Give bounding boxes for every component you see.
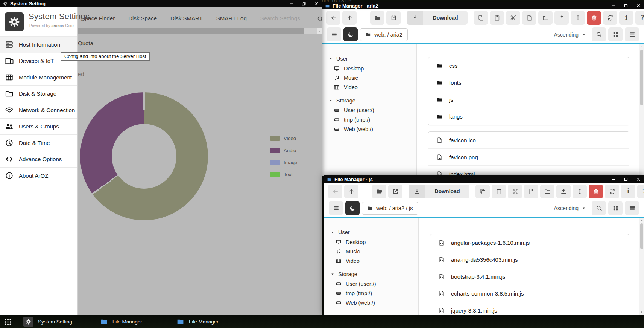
- menu-button[interactable]: [329, 201, 343, 215]
- delete-button[interactable]: [587, 11, 601, 25]
- dark-mode-toggle[interactable]: [345, 201, 360, 215]
- scrollbar-track[interactable]: [639, 44, 644, 176]
- tree-group-storage[interactable]: Storage: [324, 269, 418, 279]
- open-new-window-button[interactable]: [388, 185, 402, 198]
- search-button[interactable]: [592, 27, 606, 41]
- cut-button[interactable]: [506, 11, 520, 25]
- new-folder-button[interactable]: [538, 11, 553, 25]
- app-launcher-button[interactable]: [4, 315, 12, 328]
- new-file-button[interactable]: [524, 185, 538, 198]
- info-button[interactable]: [621, 185, 635, 198]
- help-button[interactable]: [635, 11, 644, 25]
- tab-scroll-right-button[interactable]: [317, 28, 322, 34]
- taskbar-item-file-manager-1[interactable]: File Manager: [100, 315, 142, 328]
- tab-scrollbar-thumb[interactable]: [78, 28, 304, 34]
- maximize-button[interactable]: [623, 3, 629, 8]
- tree-group-user[interactable]: User: [324, 227, 418, 237]
- open-folder-button[interactable]: [370, 11, 384, 25]
- rename-button[interactable]: [571, 11, 585, 25]
- back-button[interactable]: [326, 11, 340, 25]
- folder-row-js[interactable]: js: [428, 91, 629, 108]
- up-button[interactable]: [342, 11, 357, 25]
- tree-item-web-drive[interactable]: Web (web:/): [322, 124, 416, 134]
- sidebar-item-date-time[interactable]: Date & Time: [0, 134, 77, 151]
- info-button[interactable]: [619, 11, 633, 25]
- folder-row-langs[interactable]: langs: [428, 108, 629, 125]
- tree-item-video[interactable]: Video: [322, 82, 416, 92]
- scrollbar-thumb[interactable]: [640, 50, 643, 105]
- file-row-favicon-ico[interactable]: favicon.ico: [428, 132, 629, 149]
- open-new-window-button[interactable]: [386, 11, 401, 25]
- dark-mode-toggle[interactable]: [343, 27, 358, 41]
- refresh-button[interactable]: [603, 11, 617, 25]
- new-folder-button[interactable]: [540, 185, 554, 198]
- delete-button[interactable]: [589, 185, 603, 198]
- refresh-button[interactable]: [605, 185, 619, 198]
- sidebar-item-host-information[interactable]: Host Information: [0, 36, 77, 53]
- minimize-button[interactable]: [611, 177, 616, 182]
- file-row-echarts[interactable]: echarts-common-3.8.5.min.js: [430, 285, 629, 302]
- upload-button[interactable]: [556, 185, 571, 198]
- copy-button[interactable]: [474, 11, 488, 25]
- paste-button[interactable]: [492, 185, 506, 198]
- tab-scrollbar-track[interactable]: [78, 28, 317, 34]
- paste-button[interactable]: [490, 11, 504, 25]
- upload-button[interactable]: [554, 11, 569, 25]
- tree-item-web-drive[interactable]: Web (web:/): [324, 298, 418, 307]
- folder-row-fonts[interactable]: fonts: [428, 74, 629, 91]
- tree-item-desktop[interactable]: Desktop: [324, 237, 418, 247]
- sort-order-dropdown[interactable]: Ascending: [550, 205, 589, 211]
- tab-disk-space[interactable]: Disk Space: [128, 15, 157, 21]
- legend-item-audio[interactable]: Audio: [270, 148, 297, 153]
- copy-button[interactable]: [475, 185, 490, 198]
- close-button[interactable]: [314, 1, 319, 6]
- folder-row-css[interactable]: css: [428, 57, 629, 74]
- search-icon[interactable]: [317, 15, 322, 23]
- back-button[interactable]: [328, 185, 342, 198]
- file-row-aria-ng[interactable]: aria-ng-da5356c403.min.js: [430, 251, 629, 268]
- breadcrumb[interactable]: web: / aria2: [360, 28, 408, 41]
- close-button[interactable]: [636, 177, 641, 182]
- tree-group-storage[interactable]: Storage: [322, 96, 416, 105]
- tree-item-user-drive[interactable]: User (user:/): [322, 105, 416, 115]
- scroll-down-arrow[interactable]: [639, 310, 644, 314]
- tab-smart-log[interactable]: SMART Log: [216, 15, 247, 21]
- fm-aria2-titlebar[interactable]: File Manager - aria2: [322, 2, 644, 9]
- sidebar-item-advance-options[interactable]: Advance Options: [0, 151, 77, 168]
- download-button[interactable]: Download: [409, 185, 469, 198]
- tree-item-music[interactable]: Music: [324, 247, 418, 256]
- menu-button[interactable]: [327, 27, 341, 41]
- help-button[interactable]: [637, 185, 644, 198]
- minimize-button[interactable]: [289, 1, 294, 6]
- tree-item-tmp-drive[interactable]: tmp (tmp:/): [322, 115, 416, 124]
- list-view-button[interactable]: [625, 201, 639, 215]
- fm-js-titlebar[interactable]: File Manager - js: [324, 175, 644, 183]
- taskbar-item-system-setting[interactable]: System Setting: [23, 315, 72, 328]
- tree-item-user-drive[interactable]: User (user:/): [324, 279, 418, 288]
- settings-search-input[interactable]: [260, 15, 304, 21]
- file-row-favicon-png[interactable]: favicon.png: [428, 149, 629, 166]
- grid-view-button[interactable]: [608, 27, 623, 41]
- taskbar-item-file-manager-2[interactable]: File Manager: [176, 315, 219, 328]
- search-button[interactable]: [592, 201, 606, 215]
- up-button[interactable]: [344, 185, 358, 198]
- scroll-up-arrow[interactable]: [639, 218, 644, 223]
- grid-view-button[interactable]: [608, 201, 623, 215]
- close-button[interactable]: [636, 3, 641, 8]
- list-view-button[interactable]: [625, 27, 639, 41]
- legend-item-image[interactable]: Image: [270, 160, 297, 165]
- sidebar-item-network-connection[interactable]: Network & Connection: [0, 102, 77, 118]
- tree-item-desktop[interactable]: Desktop: [322, 64, 416, 73]
- sidebar-item-module-management[interactable]: Module Management: [0, 69, 77, 85]
- sidebar-item-users-groups[interactable]: Users & Groups: [0, 118, 77, 135]
- file-row-index-html[interactable]: index.html: [428, 166, 629, 176]
- sort-order-dropdown[interactable]: Ascending: [550, 32, 589, 38]
- minimize-button[interactable]: [611, 3, 616, 8]
- system-settings-titlebar[interactable]: System Setting: [0, 0, 322, 7]
- scroll-up-arrow[interactable]: [639, 44, 644, 49]
- scrollbar-track[interactable]: [639, 218, 644, 315]
- breadcrumb[interactable]: web: / aria2 / js: [362, 202, 418, 215]
- file-row-angular[interactable]: angular-packages-1.6.10.min.js: [430, 234, 629, 251]
- restore-button[interactable]: [301, 1, 307, 6]
- download-button[interactable]: Download: [407, 11, 468, 25]
